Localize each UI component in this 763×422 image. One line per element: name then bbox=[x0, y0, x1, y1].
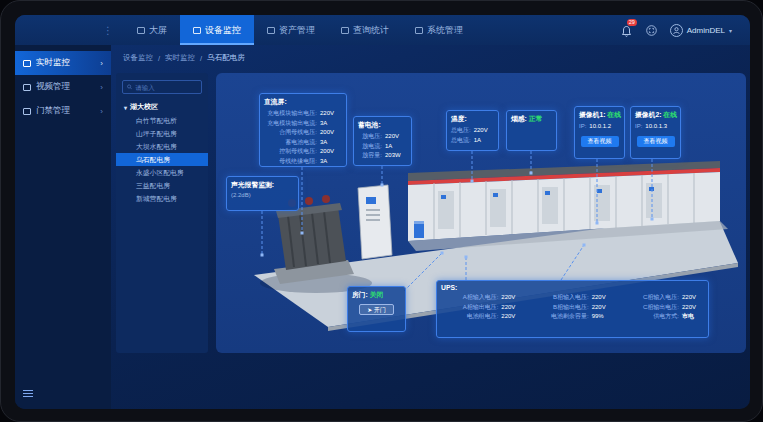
panel-title: 温度: bbox=[451, 114, 494, 124]
view-video-button[interactable]: 查看视频 bbox=[637, 136, 675, 147]
alarm-count-badge: 29 bbox=[627, 19, 637, 26]
panel-title: 烟感: 正常 bbox=[511, 114, 552, 124]
metric-value: 市电 bbox=[682, 312, 704, 322]
metric-label: 供电方式: bbox=[622, 312, 682, 322]
door-label: 房门: bbox=[352, 291, 368, 298]
door-panel: 房门: 关闭 ➤ 开门 bbox=[347, 286, 406, 332]
chevron-right-icon: › bbox=[100, 107, 103, 116]
metric-value: 3A bbox=[320, 119, 342, 129]
metric-value: 3A bbox=[320, 157, 342, 167]
panel-title: 房门: 关闭 bbox=[352, 290, 401, 300]
metric-value: 3A bbox=[320, 138, 342, 148]
panel-title: UPS: bbox=[441, 284, 704, 291]
tab-device-monitoring[interactable]: 设备监控 bbox=[180, 15, 254, 45]
breadcrumb-item[interactable]: 设备监控 bbox=[123, 53, 153, 63]
sidebar-item-label: 视频管理 bbox=[36, 81, 70, 93]
tab-label: 大屏 bbox=[149, 24, 167, 37]
breadcrumb-separator: / bbox=[200, 54, 202, 63]
user-menu[interactable]: AdminDEL ▾ bbox=[670, 24, 732, 37]
alarm-bell-button[interactable]: 29 bbox=[620, 24, 633, 37]
sidebar-item-realtime-monitoring[interactable]: 实时监控 › bbox=[15, 51, 111, 75]
menu-dots-icon[interactable]: ⋮ bbox=[103, 25, 114, 36]
metric-label: 放电压: bbox=[358, 132, 385, 142]
metric-value: 220V bbox=[501, 293, 523, 303]
tree-root-node[interactable]: ▾ 湖大校区 bbox=[116, 100, 208, 114]
tab-dashboard[interactable]: 大屏 bbox=[124, 15, 180, 45]
metric-label: B相输出电压: bbox=[531, 303, 591, 313]
caret-down-icon: ▾ bbox=[124, 104, 127, 111]
bell-icon bbox=[620, 25, 633, 38]
breadcrumb-item[interactable]: 乌石配电房 bbox=[207, 53, 245, 63]
panel-title: 蓄电池: bbox=[358, 120, 407, 130]
screen-icon bbox=[137, 27, 145, 34]
gear-icon bbox=[415, 27, 423, 34]
person-icon bbox=[672, 26, 681, 35]
metric-value: 220V bbox=[501, 303, 523, 313]
metric-value: 200V bbox=[320, 128, 342, 138]
camera2-label: 摄像机2: bbox=[635, 111, 661, 118]
breadcrumb: 设备监控 / 实时监控 / 乌石配电房 bbox=[111, 45, 750, 71]
metric-label: 充电模块输出电压: bbox=[264, 109, 320, 119]
open-door-label: 开门 bbox=[374, 307, 386, 313]
tab-asset-management[interactable]: 资产管理 bbox=[254, 15, 328, 45]
tree-item[interactable]: 山坪子配电房 bbox=[116, 127, 208, 140]
metric-label: A相输出电压: bbox=[441, 303, 501, 313]
ip-value: 10.0.1.3 bbox=[645, 122, 676, 132]
sound-alarm-panel: 声光报警监测: (2.2dB) bbox=[226, 176, 299, 211]
metric-label: 总电流: bbox=[451, 136, 474, 146]
ups-grid: A相输入电压:220V B相输入电压:220V C相输入电压:220V A相输出… bbox=[441, 293, 704, 322]
door-icon bbox=[23, 108, 31, 115]
metric-label: A相输入电压: bbox=[441, 293, 501, 303]
camera1-label: 摄像机1: bbox=[579, 111, 605, 118]
metric-value: 200V bbox=[320, 147, 342, 157]
tree-item[interactable]: 新城营配电房 bbox=[116, 192, 208, 205]
camera2-panel: 摄像机2: 在线 IP:10.0.1.3 查看视频 bbox=[630, 106, 681, 159]
tree-item-selected[interactable]: 乌石配电房 bbox=[116, 153, 208, 166]
camera1-status: 在线 bbox=[607, 111, 621, 118]
sidebar-collapse-button[interactable] bbox=[23, 389, 35, 399]
metric-label: 放容量: bbox=[358, 151, 385, 161]
metric-value: 220V bbox=[320, 109, 342, 119]
metric-value: 220V bbox=[474, 126, 494, 136]
metric-label: 总电压: bbox=[451, 126, 474, 136]
metric-label: 放电流: bbox=[358, 142, 385, 152]
view-video-button[interactable]: 查看视频 bbox=[581, 136, 619, 147]
door-status: 关闭 bbox=[370, 291, 384, 298]
panel-title: 直流屏: bbox=[264, 97, 342, 107]
tab-system-management[interactable]: 系统管理 bbox=[402, 15, 476, 45]
tree-item[interactable]: 永盛小区配电房 bbox=[116, 166, 208, 179]
arrow-icon: ➤ bbox=[367, 307, 372, 313]
user-name: AdminDEL bbox=[687, 26, 725, 35]
ups-panel: UPS: A相输入电压:220V B相输入电压:220V C相输入电压:220V… bbox=[436, 280, 709, 338]
metric-label: 充电模块输出电流: bbox=[264, 119, 320, 129]
fullscreen-icon[interactable] bbox=[646, 25, 657, 36]
battery-panel: 蓄电池: 放电压:220V 放电流:1A 放容量:203W bbox=[353, 116, 412, 166]
station-tree-panel: ▾ 湖大校区 白竹节配电所 山坪子配电房 大坝水配电房 乌石配电房 永盛小区配电… bbox=[116, 73, 208, 353]
camera1-panel: 摄像机1: 在线 IP:10.0.1.2 查看视频 bbox=[574, 106, 625, 159]
metric-label: 母线绝缘电阻: bbox=[264, 157, 320, 167]
tab-query-statistics[interactable]: 查询统计 bbox=[328, 15, 402, 45]
camera2-status: 在线 bbox=[663, 111, 677, 118]
open-door-button[interactable]: ➤ 开门 bbox=[359, 304, 394, 315]
device-bezel: ⋮ 大屏 设备监控 资产管理 查询统计 bbox=[0, 0, 763, 422]
tree-item[interactable]: 三益配电房 bbox=[116, 179, 208, 192]
metric-label: 合闸母线电压: bbox=[264, 128, 320, 138]
avatar bbox=[670, 24, 683, 37]
sidebar-item-video-management[interactable]: 视频管理 › bbox=[15, 75, 111, 99]
hamburger-icon bbox=[23, 390, 33, 391]
tab-label: 系统管理 bbox=[427, 24, 463, 37]
tree-item[interactable]: 白竹节配电所 bbox=[116, 114, 208, 127]
panel-title: 摄像机1: 在线 bbox=[579, 110, 620, 120]
video-camera-icon bbox=[23, 84, 31, 91]
search-input[interactable] bbox=[135, 84, 197, 91]
left-sidebar: 实时监控 › 视频管理 › 门禁管理 › bbox=[15, 45, 111, 409]
metric-label: C相输出电压: bbox=[622, 303, 682, 313]
tab-label: 资产管理 bbox=[279, 24, 315, 37]
chart-icon bbox=[341, 27, 349, 34]
top-navbar: ⋮ 大屏 设备监控 资产管理 查询统计 bbox=[15, 15, 750, 45]
panel-title: 声光报警监测: bbox=[231, 180, 294, 190]
tree-item[interactable]: 大坝水配电房 bbox=[116, 140, 208, 153]
breadcrumb-item[interactable]: 实时监控 bbox=[165, 53, 195, 63]
tab-label: 设备监控 bbox=[205, 24, 241, 37]
sidebar-item-access-control[interactable]: 门禁管理 › bbox=[15, 99, 111, 123]
